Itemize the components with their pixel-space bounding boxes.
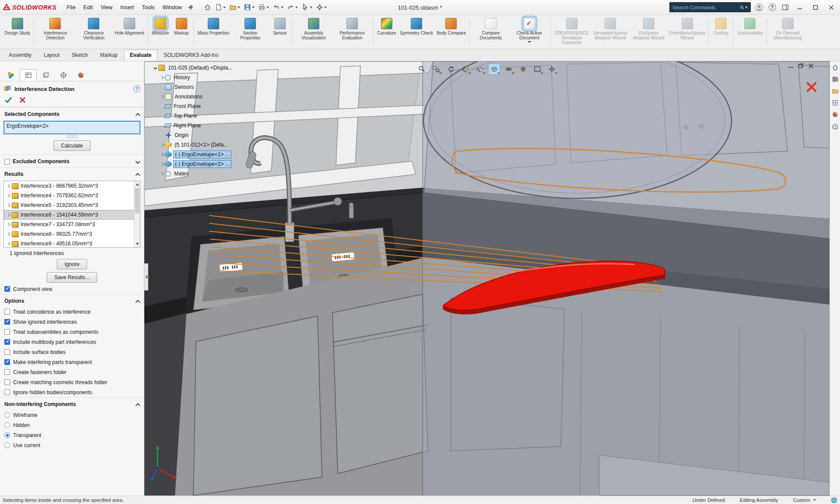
expand-arrow-icon[interactable] (160, 153, 164, 156)
user-avatar[interactable] (754, 3, 764, 12)
hide-show-icon[interactable] (503, 64, 514, 74)
menu-file[interactable]: File (63, 3, 79, 12)
expand-arrow-icon[interactable] (7, 194, 10, 197)
collapse-icon[interactable] (135, 173, 140, 178)
calculate-button[interactable]: Calculate (53, 140, 90, 151)
expand-arrow-icon[interactable] (154, 66, 157, 70)
search-icon[interactable] (740, 4, 744, 10)
component-view-checkbox[interactable] (4, 286, 10, 292)
excluded-components-checkbox[interactable] (4, 159, 10, 164)
option-checkbox[interactable] (4, 389, 10, 395)
apply-scene-icon[interactable] (532, 64, 543, 74)
result-row[interactable]: Interference7 - 334737.08mm^3 (4, 220, 140, 229)
open-icon[interactable] (228, 3, 242, 12)
scrollbar-thumb[interactable] (135, 188, 140, 214)
view-orientation-icon[interactable] (474, 64, 486, 74)
tree-item-ergoenvelope-2[interactable]: (-) ErgoEnvelope<2> ... (161, 159, 234, 169)
design-library-icon[interactable] (831, 75, 839, 83)
expand-arrow-icon[interactable] (7, 242, 10, 245)
option-checkbox[interactable] (4, 329, 10, 335)
expand-arrow-icon[interactable] (7, 213, 10, 217)
edit-appearance-icon[interactable] (518, 64, 529, 74)
select-icon[interactable] (300, 3, 314, 12)
markup-button[interactable]: Markup (171, 17, 192, 36)
non-interfering-components-header[interactable]: Non-interfering Components (0, 397, 144, 410)
result-row[interactable]: Interference8 - 99325.77mm^3 (4, 229, 140, 239)
3dexperience-simulation-connector-button[interactable]: 3DEXPERIENCE Simulation Connector (553, 17, 591, 46)
viewport-minimize-icon[interactable] (788, 63, 794, 69)
scroll-down-icon[interactable] (136, 243, 139, 245)
zoom-fit-icon[interactable] (416, 64, 428, 74)
dimxpertmanager-tab-icon[interactable] (55, 69, 72, 81)
driveworksxpress-wizard-button[interactable]: DriveWorksXpress Wizard (668, 17, 707, 41)
displaymanager-tab-icon[interactable] (72, 69, 89, 81)
panel-collapse-handle[interactable] (144, 263, 148, 290)
expand-arrow-icon[interactable] (7, 223, 10, 226)
selected-components-list[interactable]: ErgoEnvelope<2> (4, 121, 140, 134)
tree-item-history[interactable]: History (161, 73, 234, 82)
excluded-components-header[interactable]: Excluded Components (0, 154, 144, 167)
save-results-button[interactable]: Save Results... (47, 272, 97, 283)
cancel-x-icon[interactable] (19, 97, 26, 103)
viewport-close-icon[interactable] (808, 63, 814, 69)
home-icon[interactable] (203, 3, 213, 12)
result-row[interactable]: Interference5 - 3192303.45mm^3 (4, 200, 140, 210)
viewport-3d-scene[interactable] (144, 61, 830, 496)
check-active-document-button[interactable]: Check Active Document (510, 17, 549, 44)
floxpress-wizard-button[interactable]: FloXpress Analysis Wizard (630, 17, 668, 41)
tree-item-sensors[interactable]: Sensors (161, 82, 234, 92)
propertymanager-tab-icon[interactable] (20, 69, 37, 81)
expand-arrow-icon[interactable] (160, 172, 164, 175)
interference-detection-button[interactable]: Interference Detection (36, 17, 74, 41)
display-style-icon[interactable] (489, 64, 500, 74)
custom-units-dropdown[interactable]: Custom (793, 497, 816, 503)
tab-sketch[interactable]: Sketch (66, 49, 94, 61)
expand-icon[interactable] (135, 159, 140, 164)
tree-item-mates[interactable]: Mates (161, 169, 234, 178)
search-dropdown-icon[interactable] (745, 7, 748, 8)
graphics-viewport[interactable]: 101-025 (Default) <Displa... History Sen… (144, 61, 830, 496)
tab-assembly[interactable]: Assembly (3, 49, 38, 61)
custom-properties-icon[interactable] (831, 122, 839, 130)
ignore-button[interactable]: Ignore (57, 259, 87, 270)
hole-alignment-button[interactable]: Hole Alignment (113, 17, 146, 36)
selected-components-header[interactable]: Selected Components (0, 107, 144, 120)
tree-item-origin[interactable]: Origin (161, 130, 234, 140)
tree-item-ergoenvelope-1[interactable]: (-) ErgoEnvelope<1> ... (161, 150, 234, 159)
on-demand-manufacturing-button[interactable]: On Demand Manufacturing (769, 17, 807, 41)
design-study-button[interactable]: Design Study (3, 17, 32, 36)
save-icon[interactable] (242, 3, 256, 12)
costing-button[interactable]: Costing (710, 17, 732, 36)
menu-edit[interactable]: Edit (80, 3, 97, 12)
listbox-resize-grip[interactable] (66, 136, 78, 138)
redo-icon[interactable] (286, 3, 299, 12)
help-icon[interactable] (767, 3, 777, 12)
expand-arrow-icon[interactable] (7, 184, 10, 188)
tab-layout[interactable]: Layout (38, 49, 66, 61)
collapse-icon[interactable] (135, 300, 140, 304)
use-current-radio[interactable] (4, 442, 10, 448)
panel-help-icon[interactable]: ? (133, 85, 140, 92)
ok-check-icon[interactable] (4, 96, 12, 103)
hidden-radio[interactable] (4, 422, 10, 428)
results-scrollbar[interactable] (134, 181, 140, 247)
maximize-button[interactable] (809, 2, 822, 13)
body-compare-button[interactable]: Body Compare (435, 17, 468, 36)
assembly-visualization-button[interactable]: Assembly Visualization (294, 17, 333, 41)
configurationmanager-tab-icon[interactable] (37, 69, 54, 81)
menu-insert[interactable]: Insert (116, 3, 138, 12)
expand-arrow-icon[interactable] (7, 203, 10, 207)
scroll-up-icon[interactable] (136, 183, 139, 186)
section-properties-button[interactable]: Section Properties (231, 17, 270, 41)
option-checkbox[interactable] (4, 339, 10, 345)
print-icon[interactable] (257, 3, 270, 12)
expand-arrow-icon[interactable] (160, 95, 164, 98)
options-icon[interactable] (315, 3, 328, 12)
option-checkbox[interactable] (4, 309, 10, 315)
view-settings-icon[interactable] (546, 64, 558, 74)
command-search[interactable] (669, 2, 751, 12)
compare-documents-button[interactable]: Compare Documents (472, 17, 510, 41)
result-row[interactable]: Interference3 - 8667965.32mm^3 (4, 181, 140, 191)
tree-item-front-plane[interactable]: Front Plane (161, 102, 234, 111)
view-palette-icon[interactable] (831, 99, 839, 107)
